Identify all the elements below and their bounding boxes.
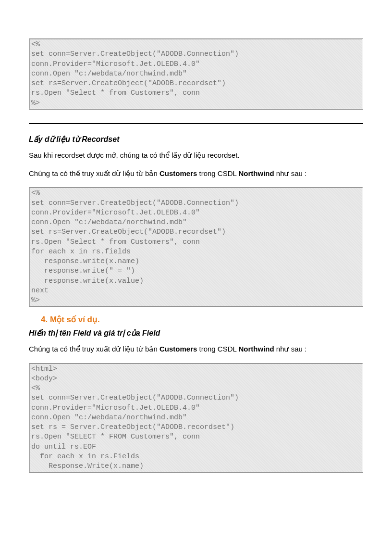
list-item-4-text: Một số ví dụ. [50, 315, 100, 324]
code-block-3: <html> <body> <% set conn=Server.CreateO… [29, 363, 363, 473]
subheading-field: Hiển thị tên Field và giá trị của Field [29, 328, 363, 338]
paragraph-3: Chúng ta có thể truy xuất dữ liệu từ bản… [29, 344, 363, 354]
code-block-1: <% set conn=Server.CreateObject("ADODB.C… [29, 38, 363, 110]
para3-text-pre: Chúng ta có thể truy xuất dữ liệu từ bản [29, 345, 159, 353]
para2-bold-northwind: Northwind [238, 169, 274, 177]
para2-text-mid: trong CSDL [197, 169, 238, 177]
para2-text-post: như sau : [274, 169, 307, 177]
numbered-list: Một số ví dụ. [29, 314, 363, 325]
subheading-recordset: Lấy dữ liệu từ Recordset [29, 135, 363, 144]
paragraph-1: Sau khi recordset được mở, chúng ta có t… [29, 151, 363, 160]
document-page: <% set conn=Server.CreateObject("ADODB.C… [0, 0, 392, 540]
para2-text-pre: Chúng ta có thể truy xuất dữ liệu từ bản [29, 169, 159, 177]
list-item-4: Một số ví dụ. [50, 314, 363, 325]
separator [29, 123, 363, 124]
paragraph-2: Chúng ta có thể truy xuất dữ liệu từ bản… [29, 169, 363, 178]
para3-text-mid: trong CSDL [197, 345, 238, 353]
para2-bold-customers: Customers [159, 169, 197, 177]
code-block-2: <% set conn=Server.CreateObject("ADODB.C… [29, 187, 363, 307]
para3-text-post: như sau : [274, 345, 307, 353]
para3-bold-northwind: Northwind [238, 345, 274, 353]
para3-bold-customers: Customers [159, 345, 197, 353]
